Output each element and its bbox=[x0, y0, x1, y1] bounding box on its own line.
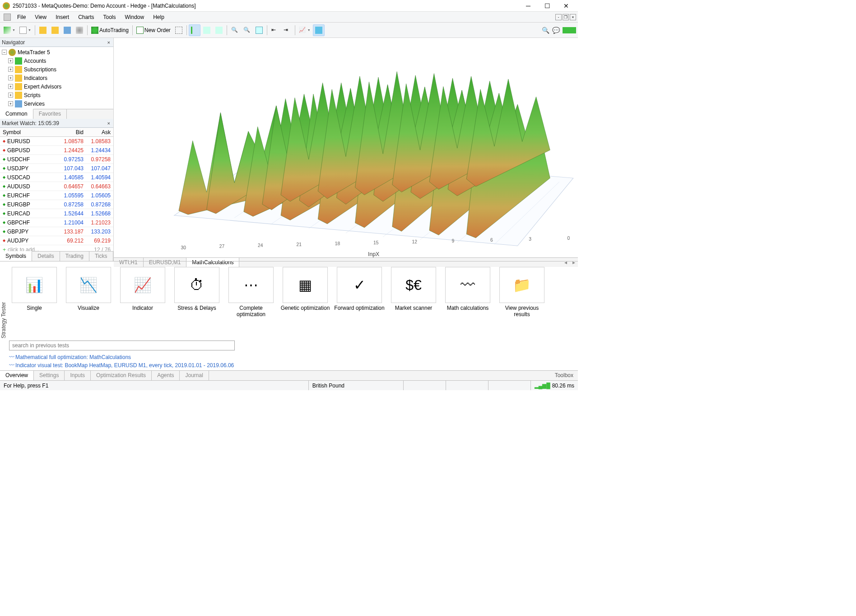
tester-label: View previous results bbox=[497, 305, 547, 318]
tester-tab-journal[interactable]: Journal bbox=[180, 371, 209, 380]
app-icon bbox=[3, 2, 10, 9]
market-tab-ticks[interactable]: Ticks bbox=[89, 252, 113, 261]
tester-label: Indicator bbox=[132, 305, 153, 318]
new-order-icon bbox=[136, 27, 144, 34]
col-symbol[interactable]: Symbol bbox=[0, 129, 59, 135]
indicators-button[interactable]: 📈▼ bbox=[297, 24, 312, 36]
autotrading-button[interactable]: AutoTrading bbox=[89, 24, 130, 36]
tree-item-scripts[interactable]: +Scripts bbox=[0, 91, 113, 99]
tester-tab-optimization-results[interactable]: Optimization Results bbox=[91, 371, 152, 380]
chart-line-button[interactable] bbox=[213, 24, 225, 36]
tester-item[interactable]: 〰Math calculations bbox=[442, 267, 493, 336]
market-row[interactable]: ◆GBPJPY133.187133.203 bbox=[0, 227, 113, 236]
market-row[interactable]: ◆USDCHF0.972530.97258 bbox=[0, 155, 113, 164]
tester-item[interactable]: ⏱Stress & Delays bbox=[172, 267, 222, 336]
menu-help[interactable]: Help bbox=[149, 13, 169, 22]
menu-insert[interactable]: Insert bbox=[51, 13, 74, 22]
tester-item[interactable]: ⋯Complete optimization bbox=[226, 267, 276, 336]
market-watch-button[interactable] bbox=[37, 24, 49, 36]
chart-candles-button[interactable] bbox=[201, 24, 213, 36]
market-tab-details[interactable]: Details bbox=[32, 252, 60, 261]
chart-area[interactable]: InpX 302724211815129630 WTI,H1 EURUSD,M1… bbox=[114, 38, 578, 261]
tester-tab-settings[interactable]: Settings bbox=[34, 371, 65, 380]
mdi-minimize[interactable]: - bbox=[555, 14, 562, 20]
navigator-button[interactable] bbox=[49, 24, 61, 36]
tester-label: Complete optimization bbox=[226, 305, 276, 318]
new-chart-button[interactable]: ▼ bbox=[2, 24, 17, 36]
templates-button[interactable] bbox=[313, 24, 325, 36]
tree-item-accounts[interactable]: +Accounts bbox=[0, 56, 113, 65]
status-help: For Help, press F1 bbox=[0, 381, 309, 390]
tree-item-expert-advisors[interactable]: +Expert Advisors bbox=[0, 82, 113, 91]
close-button[interactable]: ✕ bbox=[557, 1, 575, 11]
col-ask[interactable]: Ask bbox=[86, 129, 113, 135]
market-row[interactable]: ◆USDJPY107.043107.047 bbox=[0, 164, 113, 173]
titlebar: 25071033 - MetaQuotes-Demo: Demo Account… bbox=[0, 0, 578, 12]
tester-item[interactable]: ✓Forward optimization bbox=[334, 267, 385, 336]
market-tab-symbols[interactable]: Symbols bbox=[0, 251, 32, 261]
minimize-button[interactable]: ─ bbox=[519, 1, 537, 11]
tester-item[interactable]: ▦Genetic optimization bbox=[280, 267, 330, 336]
auto-scroll-button[interactable]: ⇥ bbox=[281, 24, 293, 36]
search-icon[interactable]: 🔍 bbox=[542, 27, 549, 34]
mdi-restore[interactable]: ❐ bbox=[563, 14, 569, 20]
tester-tab-inputs[interactable]: Inputs bbox=[65, 371, 91, 380]
toggle-toolbar-button[interactable] bbox=[173, 24, 185, 36]
market-row[interactable]: ◆AUDJPY69.21269.219 bbox=[0, 236, 113, 245]
svg-text:27: 27 bbox=[219, 244, 225, 249]
market-row[interactable]: ◆EURGBP0.872580.87268 bbox=[0, 200, 113, 209]
col-bid[interactable]: Bid bbox=[59, 129, 86, 135]
navigator-tab-favorites[interactable]: Favorites bbox=[33, 109, 67, 119]
market-row[interactable]: ◆USDCAD1.405851.40594 bbox=[0, 173, 113, 182]
status-empty3 bbox=[488, 381, 531, 390]
market-row[interactable]: ◆GBPCHF1.210041.21023 bbox=[0, 218, 113, 227]
menu-window[interactable]: Window bbox=[121, 13, 149, 22]
search-input[interactable] bbox=[9, 341, 235, 350]
chart-bars-button[interactable] bbox=[189, 24, 200, 36]
menu-file[interactable]: File bbox=[13, 13, 30, 22]
tester-item[interactable]: 📁View previous results bbox=[497, 267, 547, 336]
tree-item-indicators[interactable]: +Indicators bbox=[0, 74, 113, 82]
market-row[interactable]: ◆EURUSD1.085781.08583 bbox=[0, 137, 113, 146]
tester-tab-agents[interactable]: Agents bbox=[152, 371, 180, 380]
test-link-1[interactable]: 〰Indicator visual test: BookMap HeatMap,… bbox=[9, 362, 569, 369]
chat-icon[interactable]: 💬 bbox=[552, 27, 560, 34]
test-link-0[interactable]: 〰Mathematical full optimization: MathCal… bbox=[9, 354, 569, 360]
tester-item[interactable]: 📈Indicator bbox=[117, 267, 168, 336]
tree-item-services[interactable]: +Services bbox=[0, 99, 113, 108]
toolbox-label[interactable]: Toolbox bbox=[550, 371, 578, 380]
tree-item-subscriptions[interactable]: +Subscriptions bbox=[0, 65, 113, 74]
svg-text:21: 21 bbox=[296, 242, 302, 247]
data-window-button[interactable] bbox=[61, 24, 73, 36]
maximize-button[interactable]: ☐ bbox=[538, 1, 556, 11]
navigator-tab-common[interactable]: Common bbox=[0, 109, 33, 119]
shift-button[interactable]: ⇤ bbox=[269, 24, 281, 36]
market-row[interactable]: ◆GBPUSD1.244251.24434 bbox=[0, 146, 113, 155]
market-row[interactable]: ◆AUDUSD0.646570.64663 bbox=[0, 182, 113, 191]
zoom-out-button[interactable]: 🔍 bbox=[241, 24, 253, 36]
signal-icon: ▂▄▆█ bbox=[535, 383, 550, 389]
tester-item[interactable]: $€Market scanner bbox=[388, 267, 439, 336]
profiles-button[interactable]: ▼ bbox=[18, 24, 33, 36]
zoom-in-button[interactable]: 🔍 bbox=[229, 24, 241, 36]
market-watch-close[interactable]: × bbox=[106, 121, 112, 126]
new-order-button[interactable]: New Order bbox=[135, 24, 172, 36]
navigator-close[interactable]: × bbox=[106, 40, 112, 45]
market-row[interactable]: ◆EURCHF1.055951.05605 bbox=[0, 191, 113, 200]
market-tab-trading[interactable]: Trading bbox=[60, 252, 89, 261]
connection-indicator[interactable] bbox=[563, 27, 576, 33]
status-ping[interactable]: ▂▄▆█ 80.26 ms bbox=[531, 383, 578, 389]
menu-view[interactable]: View bbox=[30, 13, 51, 22]
tree-root[interactable]: −MetaTrader 5 bbox=[0, 48, 113, 56]
menu-tools[interactable]: Tools bbox=[99, 13, 121, 22]
navigator-header: Navigator× bbox=[0, 38, 113, 47]
mdi-close[interactable]: × bbox=[570, 14, 576, 20]
tile-windows-button[interactable] bbox=[253, 24, 265, 36]
market-watch-add[interactable]: +click to add... 12 / 76 bbox=[0, 245, 113, 251]
tester-item[interactable]: 📊Single bbox=[9, 267, 60, 336]
tester-item[interactable]: 📉Visualize bbox=[63, 267, 114, 336]
tester-tab-overview[interactable]: Overview bbox=[0, 371, 34, 380]
market-row[interactable]: ◆EURCAD1.526441.52668 bbox=[0, 209, 113, 218]
menu-charts[interactable]: Charts bbox=[74, 13, 98, 22]
signals-button[interactable] bbox=[74, 24, 85, 36]
